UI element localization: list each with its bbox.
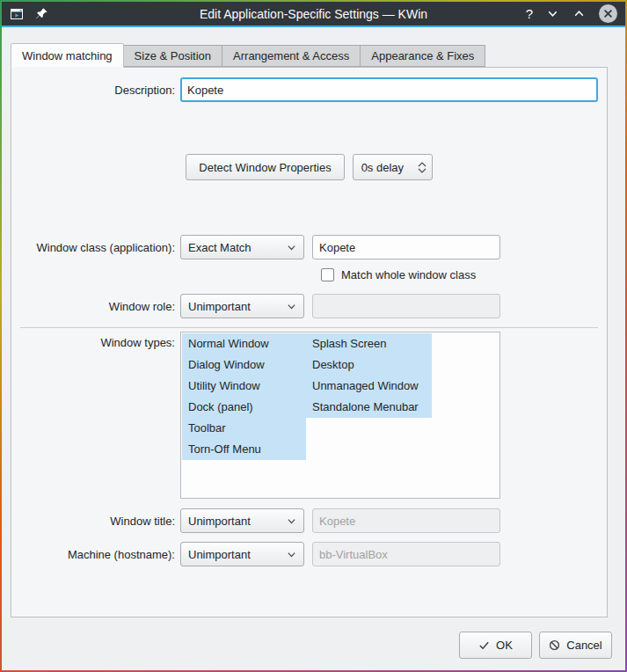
window-class-label: Window class (application): [20, 241, 175, 254]
minimize-icon[interactable] [546, 7, 559, 20]
machine-match-combobox[interactable]: Unimportant [180, 542, 304, 566]
close-icon[interactable] [599, 4, 617, 23]
detect-window-properties-button[interactable]: Detect Window Properties [186, 154, 344, 180]
tab-arrangement-access[interactable]: Arrangement & Access [222, 45, 361, 67]
maximize-icon[interactable] [572, 7, 586, 20]
window-type-item[interactable]: Toolbar [182, 418, 306, 439]
detect-delay-spinbox[interactable]: 0s delay [353, 154, 433, 180]
app-icon [10, 7, 24, 21]
window-type-item[interactable]: Unmanaged Window [306, 376, 432, 397]
machine-hostname-label: Machine (hostname): [20, 548, 175, 561]
titlebar-accent-line [2, 26, 625, 27]
window-role-label: Window role: [20, 300, 175, 313]
window-type-item[interactable]: Desktop [306, 354, 432, 376]
chevron-down-icon [287, 550, 296, 559]
chevron-down-icon [287, 302, 296, 311]
match-whole-window-class-checkbox[interactable] [321, 268, 334, 281]
window-types-label: Window types: [20, 332, 175, 349]
cancel-button-label: Cancel [566, 639, 601, 652]
spin-up-icon[interactable] [418, 162, 427, 167]
window-type-item[interactable]: Torn-Off Menu [182, 439, 306, 460]
tab-appearance-fixes[interactable]: Appearance & Fixes [361, 45, 485, 67]
window-matching-panel: Description: Detect Window Properties 0s… [11, 67, 608, 617]
window-role-input [312, 294, 500, 318]
window-type-item[interactable]: Splash Screen [306, 333, 432, 354]
window-role-match-value: Unimportant [188, 300, 251, 313]
window-title-label: Window title: [20, 515, 175, 528]
window-title-match-combobox[interactable]: Unimportant [180, 508, 304, 533]
ok-button[interactable]: OK [459, 632, 532, 659]
dialog-window: Edit Application-Specific Settings — KWi… [2, 2, 625, 670]
tab-size-position[interactable]: Size & Position [124, 45, 222, 67]
window-type-item[interactable]: Standalone Menubar [306, 397, 432, 418]
pin-icon[interactable] [35, 7, 48, 20]
detect-delay-value: 0s delay [361, 161, 404, 174]
spin-down-icon[interactable] [418, 168, 427, 173]
checkmark-icon [478, 639, 490, 651]
titlebar[interactable]: Edit Application-Specific Settings — KWi… [2, 2, 625, 26]
chevron-down-icon [287, 516, 296, 526]
tab-window-matching[interactable]: Window matching [11, 43, 124, 68]
cancel-icon [549, 639, 560, 651]
window-outer-border: Edit Application-Specific Settings — KWi… [0, 0, 627, 672]
match-whole-window-class-label: Match whole window class [341, 268, 476, 281]
window-type-item[interactable]: Utility Window [182, 376, 306, 397]
window-types-list[interactable]: Normal WindowDialog WindowUtility Window… [180, 332, 500, 499]
separator [20, 327, 598, 328]
description-input[interactable] [180, 77, 598, 102]
ok-button-label: OK [496, 639, 513, 652]
window-class-match-value: Exact Match [188, 241, 252, 254]
help-icon[interactable]: ? [526, 6, 533, 21]
cancel-button[interactable]: Cancel [539, 632, 612, 659]
window-class-input[interactable] [312, 235, 500, 259]
chevron-down-icon [287, 243, 296, 252]
tab-bar: Window matching Size & Position Arrangem… [11, 43, 625, 67]
dialog-button-box: OK Cancel [2, 632, 612, 659]
machine-match-value: Unimportant [188, 548, 251, 561]
window-title-match-value: Unimportant [188, 515, 251, 528]
window-type-item[interactable]: Dialog Window [182, 354, 306, 376]
window-type-item[interactable]: Dock (panel) [182, 397, 306, 418]
window-title-input [312, 508, 500, 533]
description-label: Description: [20, 84, 175, 97]
window-role-match-combobox[interactable]: Unimportant [180, 294, 304, 318]
machine-hostname-input [312, 542, 500, 566]
window-class-match-combobox[interactable]: Exact Match [180, 235, 304, 259]
window-type-item[interactable]: Normal Window [182, 333, 306, 354]
